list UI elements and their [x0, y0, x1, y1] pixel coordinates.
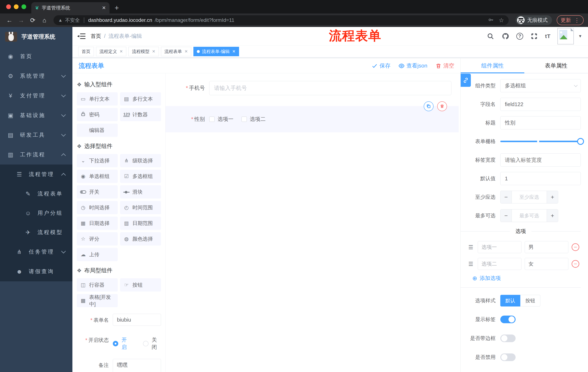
lib-item-multi-text[interactable]: ▤多行文本 — [120, 92, 161, 106]
form-name-input[interactable] — [113, 314, 161, 326]
clear-button[interactable]: 清空 — [435, 62, 454, 70]
radio-off[interactable] — [143, 341, 148, 346]
field-name-input[interactable] — [500, 98, 581, 111]
forward-icon[interactable]: → — [16, 17, 26, 24]
sidebar-item-infra[interactable]: ▣ 基础设施 — [0, 106, 73, 125]
slider-handle[interactable] — [577, 138, 584, 145]
sidebar-logo[interactable]: 芋道管理系统 — [0, 27, 73, 47]
lib-item-upload[interactable]: ☁上传 — [77, 248, 118, 261]
home-icon[interactable]: ⌂ — [39, 17, 50, 24]
tag-process-model[interactable]: 流程模型 ✕ — [128, 47, 159, 56]
form-grid-slider[interactable] — [500, 135, 581, 148]
browser-tab[interactable]: ❦ 芋道管理系统 ✕ — [31, 2, 110, 13]
link-tag[interactable] — [461, 74, 471, 87]
tag-home[interactable]: 首页 — [78, 47, 94, 56]
lib-item-counter[interactable]: 123计数器 — [120, 108, 161, 121]
delete-component-icon[interactable] — [437, 101, 447, 111]
bookmark-star-icon[interactable]: ☆ — [499, 17, 504, 24]
checkbox-icon[interactable] — [242, 117, 247, 122]
lib-item-cascader[interactable]: ⋔级联选择 — [120, 154, 161, 167]
tag-close-icon[interactable]: ✕ — [232, 49, 235, 54]
lib-item-color-picker[interactable]: ◍颜色选择 — [120, 232, 161, 245]
disabled-toggle[interactable] — [500, 353, 515, 361]
lib-item-time-picker[interactable]: ◷时间选择 — [77, 201, 118, 214]
tab-close-icon[interactable]: ✕ — [102, 5, 106, 11]
lib-item-date-picker[interactable]: ▦日期选择 — [77, 217, 118, 230]
tag-close-icon[interactable]: ✕ — [184, 49, 188, 54]
add-option-button[interactable]: ⊕ 添加选项 — [472, 275, 581, 282]
checkbox-icon[interactable] — [209, 117, 215, 122]
option-value-input[interactable]: 女 — [525, 258, 568, 270]
minimize-window-button[interactable] — [14, 4, 19, 9]
drag-handle-icon[interactable]: ☰ — [467, 261, 474, 267]
maximize-window-button[interactable] — [21, 4, 26, 9]
fullscreen-icon[interactable] — [530, 32, 538, 40]
label-width-input[interactable] — [500, 153, 581, 167]
lib-item-editor[interactable]: 编辑器 — [77, 124, 118, 137]
lib-item-time-range[interactable]: ◴时间范围 — [120, 201, 161, 214]
lib-item-switch[interactable]: 开关 — [77, 185, 118, 199]
browser-menu-icon[interactable]: ⋮ — [574, 17, 580, 23]
view-json-button[interactable]: 查看json — [399, 62, 427, 70]
lib-item-checkbox-group[interactable]: ☑多选框组 — [120, 170, 161, 183]
sidebar-item-workflow[interactable]: ▥ 工作流程 — [0, 145, 73, 165]
update-button[interactable]: 更新 ⋮ — [557, 15, 584, 25]
radio-on[interactable] — [113, 341, 118, 346]
stepper-decrease-icon[interactable]: − — [501, 210, 512, 222]
reload-icon[interactable]: ⟳ — [28, 17, 38, 24]
url-bar[interactable]: ▲ 不安全 dashboard.yudao.iocoder.cn /bpm/ma… — [53, 15, 509, 25]
stepper-increase-icon[interactable]: + — [547, 191, 558, 203]
field-gender-selected[interactable]: *性别 选项一 选项二 — [166, 106, 459, 132]
font-size-icon[interactable]: tT — [545, 33, 551, 39]
show-label-toggle[interactable] — [500, 316, 515, 323]
option-value-input[interactable]: 男 — [525, 241, 568, 253]
remove-option-icon[interactable]: − — [572, 243, 579, 251]
sidebar-item-system[interactable]: ⚙ 系统管理 — [0, 66, 73, 86]
lib-item-select[interactable]: ⌄下拉选择 — [77, 154, 118, 167]
tag-close-icon[interactable]: ✕ — [152, 49, 155, 54]
close-window-button[interactable] — [6, 4, 11, 9]
lib-item-radio-group[interactable]: ◉单选框组 — [77, 170, 118, 183]
sidebar-item-process-model[interactable]: ✈ 流程模型 — [0, 223, 73, 242]
avatar-caret-icon[interactable]: ▼ — [578, 34, 582, 39]
form-remark-textarea[interactable]: 嘿嘿 — [113, 359, 161, 372]
stepper-increase-icon[interactable]: + — [547, 210, 558, 222]
style-default-button[interactable]: 默认 — [500, 295, 520, 307]
sidebar-item-leave-query[interactable]: ☻ 请假查询 — [0, 262, 73, 281]
search-icon[interactable] — [486, 32, 494, 40]
radio-off-label[interactable]: 关闭 — [152, 336, 161, 351]
copy-component-icon[interactable] — [424, 101, 433, 111]
style-button-button[interactable]: 按钮 — [520, 295, 540, 307]
phone-input[interactable]: 请输入手机号 — [209, 81, 451, 95]
lib-item-password[interactable]: 密码 — [77, 108, 118, 121]
tag-process-form-edit[interactable]: 流程表单-编辑 ✕ — [193, 47, 239, 56]
github-icon[interactable] — [501, 32, 509, 40]
lib-item-slider[interactable]: 滑块 — [120, 185, 161, 199]
component-type-select[interactable]: 多选框组 — [500, 79, 581, 92]
save-button[interactable]: 保存 — [371, 62, 390, 70]
option-label-input[interactable]: 选项一 — [478, 241, 521, 253]
sidebar-item-user-group[interactable]: ☺ 用户分组 — [0, 203, 73, 223]
lib-item-table[interactable]: ▩表格[开发中] — [77, 294, 118, 307]
max-select-value[interactable]: 最多可选 — [512, 210, 547, 222]
border-toggle[interactable] — [500, 335, 515, 342]
sidebar-toggle-icon[interactable] — [78, 33, 85, 39]
drag-handle-icon[interactable]: ☰ — [467, 244, 474, 250]
sidebar-item-payment[interactable]: ¥ 支付管理 — [0, 86, 73, 106]
sidebar-item-task-manage[interactable]: ⋔ 任务管理 — [0, 242, 73, 262]
help-icon[interactable]: ? — [516, 33, 523, 40]
lib-item-rate[interactable]: ☆评分 — [77, 232, 118, 245]
checkbox-option1[interactable]: 选项一 — [209, 116, 233, 123]
sidebar-item-home[interactable]: ◉ 首页 — [0, 47, 73, 66]
back-icon[interactable]: ← — [4, 17, 15, 24]
checkbox-option2[interactable]: 选项二 — [242, 116, 266, 123]
lib-item-date-range[interactable]: ▥日期范围 — [120, 217, 161, 230]
min-select-value[interactable]: 至少应选 — [512, 191, 547, 203]
radio-on-label[interactable]: 开启 — [122, 336, 131, 351]
lib-item-row-container[interactable]: ◫行容器 — [77, 278, 118, 292]
tag-process-form[interactable]: 流程表单 ✕ — [161, 47, 191, 56]
field-phone[interactable]: *手机号 请输入手机号 — [166, 81, 459, 95]
default-value-input[interactable] — [500, 172, 581, 185]
tag-close-icon[interactable]: ✕ — [119, 49, 123, 54]
option-label-input[interactable]: 选项二 — [478, 258, 521, 270]
